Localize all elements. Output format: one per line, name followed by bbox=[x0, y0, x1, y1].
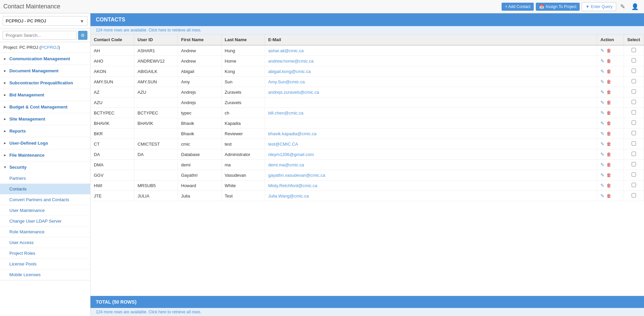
sidebar-item-partners[interactable]: Partners bbox=[0, 173, 90, 184]
sidebar-item-projroles[interactable]: Project Roles bbox=[0, 248, 90, 259]
email-link[interactable]: andrejs.zuravels@cmic.ca bbox=[268, 90, 319, 95]
project-selector[interactable]: PCPROJ - PC PROJ bbox=[3, 16, 87, 26]
row-checkbox[interactable] bbox=[632, 69, 636, 73]
row-checkbox[interactable] bbox=[632, 141, 636, 146]
email-link[interactable]: test@CMIC.CA bbox=[268, 142, 298, 147]
enter-query-button[interactable]: ▼ Enter Query bbox=[582, 2, 616, 11]
row-checkbox[interactable] bbox=[632, 89, 636, 94]
cell-last-name: ma bbox=[221, 160, 265, 170]
delete-icon[interactable]: 🗑 bbox=[606, 131, 611, 136]
row-checkbox[interactable] bbox=[632, 110, 636, 114]
contacts-rows-notice-top[interactable]: 124 more rows are available. Click here … bbox=[90, 26, 644, 34]
cell-action: ✎ 🗑 bbox=[597, 180, 624, 191]
row-checkbox[interactable] bbox=[632, 152, 636, 156]
sidebar-item-filemaint[interactable]: ► File Maintenance bbox=[0, 149, 90, 161]
edit-icon[interactable]: ✎ bbox=[600, 79, 604, 84]
app-title: Contact Maintenance bbox=[3, 3, 60, 10]
email-link[interactable]: Misty.Retchford@cmic.ca bbox=[268, 183, 318, 188]
edit-icon[interactable]: ✎ bbox=[600, 131, 604, 136]
add-contact-button[interactable]: + Add Contact bbox=[502, 3, 534, 11]
edit-icon[interactable]: ✎ bbox=[600, 152, 604, 157]
sidebar-item-userdefined[interactable]: ► User-Defined Logs bbox=[0, 137, 90, 149]
delete-icon[interactable]: 🗑 bbox=[606, 162, 611, 167]
delete-icon[interactable]: 🗑 bbox=[606, 121, 611, 126]
contacts-rows-notice-bottom[interactable]: 124 more rows are available. Click here … bbox=[90, 308, 644, 316]
row-checkbox[interactable] bbox=[632, 183, 636, 187]
sidebar-item-security[interactable]: ▼ Security bbox=[0, 161, 90, 173]
delete-icon[interactable]: 🗑 bbox=[606, 141, 611, 147]
email-link[interactable]: Julia.Wang@cmic.ca bbox=[268, 193, 309, 199]
delete-icon[interactable]: 🗑 bbox=[606, 69, 611, 74]
delete-icon[interactable]: 🗑 bbox=[606, 79, 611, 84]
gear-button[interactable]: ⚙ bbox=[78, 31, 87, 40]
row-checkbox[interactable] bbox=[632, 100, 636, 104]
edit-icon[interactable]: ✎ bbox=[600, 100, 604, 105]
email-link[interactable]: Amy.Sun@cmic.ca bbox=[268, 79, 305, 84]
edit-icon[interactable]: ✎ bbox=[600, 193, 604, 199]
cell-last-name: White bbox=[221, 180, 265, 191]
edit-icon[interactable]: ✎ bbox=[600, 141, 604, 147]
edit-icon[interactable]: ✎ bbox=[600, 69, 604, 74]
sidebar-item-useraccess[interactable]: User Access bbox=[0, 237, 90, 248]
sidebar-item-bid[interactable]: ► Bid Management bbox=[0, 89, 90, 101]
sidebar-item-communication[interactable]: ► Communication Management bbox=[0, 53, 90, 65]
email-link[interactable]: bill.chen@cmic.ca bbox=[268, 110, 304, 115]
delete-icon[interactable]: 🗑 bbox=[606, 193, 611, 199]
email-link[interactable]: demi.ma@cmic.ca bbox=[268, 162, 304, 167]
sidebar-item-ldap[interactable]: Change User LDAP Server bbox=[0, 216, 90, 227]
cell-select bbox=[624, 118, 644, 129]
row-checkbox[interactable] bbox=[632, 162, 636, 166]
row-checkbox[interactable] bbox=[632, 121, 636, 125]
edit-icon[interactable]: ✎ bbox=[600, 183, 604, 188]
sidebar-item-convert[interactable]: Convert Partners and Contacts bbox=[0, 194, 90, 205]
row-checkbox[interactable] bbox=[632, 79, 636, 83]
email-link[interactable]: bhavik.kapadia@cmic.ca bbox=[268, 131, 317, 136]
row-checkbox[interactable] bbox=[632, 131, 636, 135]
project-link[interactable]: PCPROJ bbox=[41, 45, 59, 50]
sidebar-item-reports[interactable]: ► Reports bbox=[0, 125, 90, 137]
sidebar-item-mobilelic[interactable]: Mobile Licenses bbox=[0, 269, 90, 280]
edit-icon[interactable]: ✎ bbox=[600, 48, 604, 53]
sidebar-item-usermaint[interactable]: User Maintenance bbox=[0, 205, 90, 216]
table-row: HWI MRSUB5 Howard White Misty.Retchford@… bbox=[90, 180, 644, 191]
sidebar-item-budget[interactable]: ► Budget & Cost Management bbox=[0, 101, 90, 113]
cell-last-name: Test bbox=[221, 191, 265, 201]
delete-icon[interactable]: 🗑 bbox=[606, 58, 611, 64]
email-link[interactable]: andrew.home@cmic.ca bbox=[268, 59, 314, 64]
sidebar-item-subcontractor[interactable]: ► Subcontractor Prequalification bbox=[0, 77, 90, 89]
edit-icon[interactable]: ✎ bbox=[600, 121, 604, 126]
row-checkbox[interactable] bbox=[632, 48, 636, 52]
user-icon[interactable]: 👤 bbox=[629, 2, 641, 11]
edit-icon[interactable]: ✎ bbox=[600, 172, 604, 178]
email-link[interactable]: abigail.kong@cmic.ca bbox=[268, 69, 311, 74]
sidebar-item-rolemaint[interactable]: Role Maintenance bbox=[0, 227, 90, 237]
email-link[interactable]: gayathri.vasudevan@cmic.ca bbox=[268, 173, 325, 178]
edit-icon[interactable]: ✎ bbox=[600, 58, 604, 64]
delete-icon[interactable]: 🗑 bbox=[606, 100, 611, 105]
sidebar-item-document[interactable]: ► Document Management bbox=[0, 65, 90, 77]
edit-icon[interactable]: ✎ bbox=[600, 89, 604, 95]
row-checkbox[interactable] bbox=[632, 172, 636, 177]
delete-icon[interactable]: 🗑 bbox=[606, 183, 611, 188]
cell-select bbox=[624, 108, 644, 118]
edit-icon[interactable]: ✎ bbox=[600, 110, 604, 115]
email-link[interactable]: rileym1206@gmail.com bbox=[268, 152, 314, 157]
delete-icon[interactable]: 🗑 bbox=[606, 48, 611, 53]
sidebar-item-licensepools[interactable]: License Pools bbox=[0, 259, 90, 269]
delete-icon[interactable]: 🗑 bbox=[606, 110, 611, 115]
row-checkbox[interactable] bbox=[632, 58, 636, 63]
assign-project-button[interactable]: 📅 Assign To Project bbox=[536, 3, 580, 11]
edit-icon[interactable]: ✎ bbox=[600, 162, 604, 167]
sidebar-item-contacts[interactable]: Contacts bbox=[0, 184, 90, 194]
table-row: AZ AZU Andrejs Zuravels andrejs.zuravels… bbox=[90, 87, 644, 97]
search-input[interactable] bbox=[3, 31, 77, 40]
edit-profile-icon[interactable]: ✎ bbox=[618, 2, 627, 11]
row-checkbox[interactable] bbox=[632, 193, 636, 198]
cell-email: Julia.Wang@cmic.ca bbox=[265, 191, 597, 201]
delete-icon[interactable]: 🗑 bbox=[606, 152, 611, 157]
email-link[interactable]: ashar.ali@cmic.ca bbox=[268, 48, 304, 53]
sidebar-item-site[interactable]: ► Site Management bbox=[0, 113, 90, 125]
delete-icon[interactable]: 🗑 bbox=[606, 89, 611, 95]
cell-last-name: Zuravels bbox=[221, 97, 265, 108]
delete-icon[interactable]: 🗑 bbox=[606, 172, 611, 178]
